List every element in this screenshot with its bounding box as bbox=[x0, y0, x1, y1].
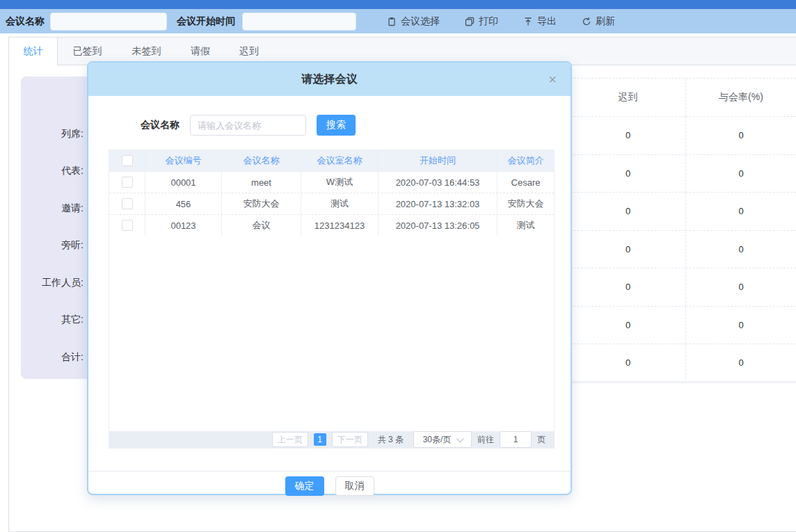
stat-row-label: 合计: bbox=[21, 339, 83, 376]
export-button[interactable]: 导出 bbox=[523, 15, 557, 28]
stat-row-label: 邀请: bbox=[21, 190, 83, 227]
confirm-button[interactable]: 确定 bbox=[285, 476, 324, 496]
table-empty-area bbox=[109, 236, 554, 431]
goto-suffix: 页 bbox=[537, 434, 546, 446]
meeting-start-time-input[interactable] bbox=[242, 13, 356, 31]
row-checkbox[interactable] bbox=[122, 220, 133, 231]
stats-row: 0 0 bbox=[571, 306, 796, 344]
meeting-name-label: 会议名称 bbox=[6, 15, 45, 28]
chevron-down-icon bbox=[456, 435, 464, 442]
meeting-select-dialog: 请选择会议 × 会议名称 搜索 会议编号 会议名称 会议室名称 开始时间 会议简… bbox=[87, 61, 572, 495]
col-meeting-code: 会议编号 bbox=[145, 150, 222, 171]
stats-row: 0 0 bbox=[571, 268, 796, 306]
stats-row: 0 0 bbox=[571, 154, 796, 193]
col-start-time: 开始时间 bbox=[379, 150, 498, 171]
dialog-header: 请选择会议 × bbox=[88, 63, 571, 96]
stat-row-label: 旁听: bbox=[21, 227, 83, 265]
print-button[interactable]: 打印 bbox=[465, 15, 498, 28]
page-size-select[interactable]: 30条/页 bbox=[413, 431, 472, 448]
stats-row: 0 0 bbox=[571, 344, 796, 382]
stats-row: 0 0 bbox=[571, 230, 796, 268]
stats-table-header: 迟到 与会率(%) bbox=[571, 78, 796, 116]
next-page-button[interactable]: 下一页 bbox=[332, 432, 368, 447]
meeting-table-header: 会议编号 会议名称 会议室名称 开始时间 会议简介 bbox=[109, 150, 554, 171]
stats-table-bottom-edge bbox=[571, 381, 796, 383]
tab-statistics[interactable]: 统计 bbox=[9, 38, 58, 65]
dialog-title: 请选择会议 bbox=[302, 72, 358, 87]
stats-row: 0 0 bbox=[571, 116, 796, 154]
meeting-name-search-input[interactable] bbox=[190, 115, 306, 136]
table-row[interactable]: 456 安防大会 测试 2020-07-13 13:32:03 安防大会 bbox=[109, 193, 554, 214]
top-blue-bar bbox=[0, 0, 796, 9]
stats-col-late: 迟到 bbox=[571, 79, 686, 116]
col-meeting-name: 会议名称 bbox=[222, 150, 301, 171]
stats-row: 0 0 bbox=[571, 192, 796, 230]
goto-page-input[interactable] bbox=[500, 431, 532, 448]
stat-row-label: 列席: bbox=[21, 115, 83, 153]
toolbar-actions: 会议选择 打印 导出 刷新 bbox=[387, 15, 615, 28]
print-icon bbox=[465, 17, 475, 26]
stat-row-label: 工作人员: bbox=[21, 264, 83, 302]
search-label: 会议名称 bbox=[141, 119, 180, 131]
meeting-name-input[interactable] bbox=[50, 13, 167, 31]
meeting-table: 会议编号 会议名称 会议室名称 开始时间 会议简介 00001 meet W测试… bbox=[109, 150, 555, 449]
refresh-button[interactable]: 刷新 bbox=[582, 15, 615, 28]
dialog-search-row: 会议名称 搜索 bbox=[141, 115, 356, 136]
stat-row-label: 其它: bbox=[21, 302, 83, 339]
close-icon[interactable]: × bbox=[548, 63, 557, 96]
total-count-text: 共 3 条 bbox=[378, 434, 404, 446]
toolbar: 会议名称 会议开始时间 会议选择 打印 导出 bbox=[0, 9, 796, 33]
row-checkbox[interactable] bbox=[122, 198, 133, 209]
clipboard-icon bbox=[387, 17, 397, 26]
cancel-button[interactable]: 取消 bbox=[335, 476, 374, 496]
footer-divider bbox=[88, 471, 571, 471]
export-icon bbox=[523, 17, 533, 26]
table-row[interactable]: 00123 会议 1231234123 2020-07-13 13:26:05 … bbox=[109, 214, 554, 236]
prev-page-button[interactable]: 上一页 bbox=[272, 432, 308, 447]
pagination-bar: 上一页 1 下一页 共 3 条 30条/页 前往 页 bbox=[109, 431, 554, 448]
select-all-checkbox[interactable] bbox=[122, 155, 133, 166]
dialog-footer: 确定 取消 bbox=[88, 476, 571, 496]
table-row[interactable]: 00001 meet W测试 2020-07-03 16:44:53 Cesar… bbox=[109, 171, 554, 193]
goto-label: 前往 bbox=[477, 434, 494, 446]
search-button[interactable]: 搜索 bbox=[317, 115, 356, 136]
col-meeting-intro: 会议简介 bbox=[498, 150, 554, 171]
stats-col-attendance-rate: 与会率(%) bbox=[686, 79, 796, 116]
stat-row-label: 代表: bbox=[21, 153, 83, 191]
meeting-start-time-label: 会议开始时间 bbox=[177, 15, 235, 28]
meeting-select-button[interactable]: 会议选择 bbox=[387, 15, 440, 28]
stats-table: 迟到 与会率(%) 0 0 0 0 0 0 0 0 0 0 0 0 0 0 bbox=[571, 78, 796, 382]
refresh-icon bbox=[582, 17, 591, 26]
row-checkbox[interactable] bbox=[122, 177, 133, 188]
current-page-button[interactable]: 1 bbox=[314, 433, 326, 446]
app-root: 会议名称 会议开始时间 会议选择 打印 导出 bbox=[0, 0, 796, 532]
col-room-name: 会议室名称 bbox=[301, 150, 379, 171]
